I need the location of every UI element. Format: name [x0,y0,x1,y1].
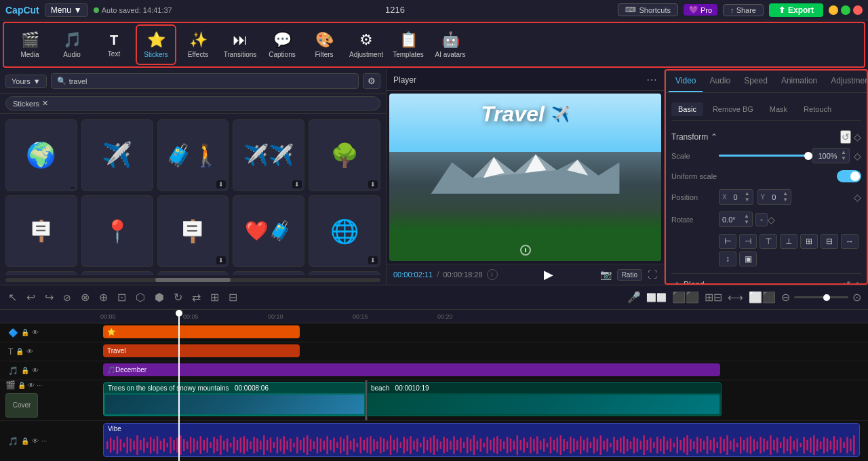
tool-audio[interactable]: 🎵 Audio [52,24,92,65]
ratio-button[interactable]: Ratio [617,269,642,281]
zoom-slider[interactable] [794,296,848,298]
flip-button[interactable]: ⇄ [189,289,203,305]
tab-adjustment[interactable]: Adjustment [824,71,868,92]
tool-text[interactable]: T Text [94,24,134,65]
rotate-input[interactable]: 0.0° ▲ ▼ [719,212,753,227]
sticker-item[interactable]: 🗺️ [81,271,153,275]
player-menu-icon[interactable]: ⋯ [646,73,657,86]
rotate-decrement[interactable]: ▼ [744,220,749,225]
redo-button[interactable]: ↪ [42,289,56,305]
blend-checkbox[interactable]: ✓ [671,279,679,283]
tool-stickers[interactable]: ⭐ Stickers [136,24,176,65]
delete-button[interactable]: ⊡ [115,289,129,305]
sticker-item[interactable]: 🚌 ⬇ [157,271,229,275]
tab-animation[interactable]: Animation [774,71,824,92]
track4-vis-icon[interactable]: 👁 [28,382,35,389]
track4-more-icon[interactable]: ··· [37,382,42,389]
track2-vis-icon[interactable]: 👁 [26,348,33,355]
sticker-item[interactable]: 🧳🚶 ⬇ [157,119,229,191]
sticker-item[interactable]: 🪧 [5,195,77,267]
play-button[interactable]: ▶ [544,267,553,282]
sticker-item[interactable]: 🧳🔴 ⬇ [309,271,380,275]
shortcuts-button[interactable]: ⌨ Shortcuts [618,3,677,16]
rotate-keyframe-button[interactable]: ◇ [768,214,775,225]
split-button[interactable]: ⊘ [60,291,74,304]
keyframe-diamond-button[interactable]: ◇ [854,132,861,142]
scale-slider[interactable]: 100% ▲ ▼ ◇ [719,148,861,163]
tool-ai-avatars[interactable]: 🤖 AI avatars [430,24,471,65]
crop-button[interactable]: ⬡ [133,289,148,305]
clip-beach[interactable]: beach 00:0010:19 [366,382,722,416]
fullscreen-icon[interactable]: ⛶ [648,269,657,280]
subtab-mask[interactable]: Mask [763,102,794,116]
merge-clips-button[interactable]: ⬛⬛ [671,289,701,305]
sticker-item[interactable]: ❤️🧳 [233,195,304,267]
align-bottom-button[interactable]: ⊟ [821,234,838,249]
zoom-slider-thumb[interactable] [823,294,830,301]
sticker-item[interactable]: 📍 [81,195,153,267]
distribute-button[interactable]: ▣ [739,252,757,266]
flip-v-button[interactable]: ↕ [719,252,736,266]
tab-audio[interactable]: Audio [703,71,737,92]
tool-media[interactable]: 🎬 Media [9,24,50,65]
clip-travel[interactable]: Travel [103,344,300,357]
rotate-button[interactable]: ↻ [171,289,185,305]
split-v-button[interactable]: ⊗ [78,289,92,305]
sticker-item[interactable]: 🚐 ⬇ [233,271,304,275]
mic-button[interactable]: 🎤 [626,289,642,305]
rotate-minus-button[interactable]: - [755,213,768,226]
reset-transform-button[interactable]: ↺ [840,130,851,144]
pos-x-decrement[interactable]: ▼ [745,197,750,203]
select-tool-button[interactable]: ↖ [5,289,20,305]
camera-icon[interactable]: 📷 [600,269,612,280]
maximize-button[interactable] [841,5,850,15]
scale-thumb[interactable] [804,152,812,160]
flip-h-button[interactable]: ↔ [841,234,859,249]
align-center-v-button[interactable]: ⊞ [800,234,818,249]
clip-sticker[interactable]: ⭐ [103,325,300,338]
settings-button[interactable]: ⊙ [851,289,863,305]
cover-button[interactable]: Cover [5,393,38,418]
tool-filters[interactable]: 🎨 Filters [304,24,344,65]
undo-button[interactable]: ↩ [24,289,38,305]
track1-lock-icon[interactable]: 🔒 [21,329,29,336]
align-left-button[interactable]: ⊢ [719,234,736,249]
split-clip-button[interactable]: ⬜⬜ [645,292,668,304]
track3-lock-icon[interactable]: 🔒 [21,367,29,374]
pos-y-decrement[interactable]: ▼ [783,197,788,203]
position-x-input[interactable]: X 0 ▲ ▼ [719,189,753,205]
search-input[interactable] [69,77,353,85]
align-center-h-button[interactable]: ⊣ [739,234,757,249]
zoom-out-button[interactable]: ⊖ [780,289,791,305]
search-box[interactable]: 🔍 [51,73,359,89]
tab-speed[interactable]: Speed [737,71,774,92]
time-info-icon[interactable]: i [487,269,498,280]
minimize-button[interactable] [829,5,838,15]
share-button[interactable]: ↑ Share [723,4,764,16]
sticker-item[interactable]: 🧳 [5,271,77,275]
extract-audio-button[interactable]: ⟷ [726,289,745,305]
track5-more-icon[interactable]: ··· [41,437,47,445]
scale-keyframe-button[interactable]: ◇ [854,151,861,161]
track5-lock-icon[interactable]: 🔒 [21,437,29,445]
stickers-tag[interactable]: Stickers ✕ [5,96,380,111]
align-button[interactable]: ⊞ [208,289,222,305]
scale-increment-button[interactable]: ▲ [841,150,846,155]
transform-button[interactable]: ⬢ [152,289,167,305]
replace-button[interactable]: ⬜⬛ [747,289,777,305]
track2-lock-icon[interactable]: 🔒 [16,348,24,355]
export-button[interactable]: ⬆ Export [769,3,823,17]
more-tools-button[interactable]: ⊟ [226,289,240,305]
clip-trees[interactable]: Trees on the slopes of snowy mountains 0… [103,382,366,416]
align-right-button[interactable]: ⊤ [760,234,777,249]
tab-video[interactable]: Video [669,71,703,92]
menu-button[interactable]: Menu ▼ [45,3,88,17]
sticker-item[interactable]: ✈️✈️ ⬇ [233,119,304,191]
link-clips-button[interactable]: ⊞⊟ [703,289,724,305]
tool-effects[interactable]: ✨ Effects [178,24,218,65]
split-h-button[interactable]: ⊕ [96,289,111,305]
position-y-input[interactable]: Y 0 ▲ ▼ [757,189,792,205]
tool-adjustment[interactable]: ⚙ Adjustment [346,24,387,65]
sticker-item[interactable]: 🌍 [5,119,77,191]
clip-december[interactable]: 🎵 December [103,363,720,376]
